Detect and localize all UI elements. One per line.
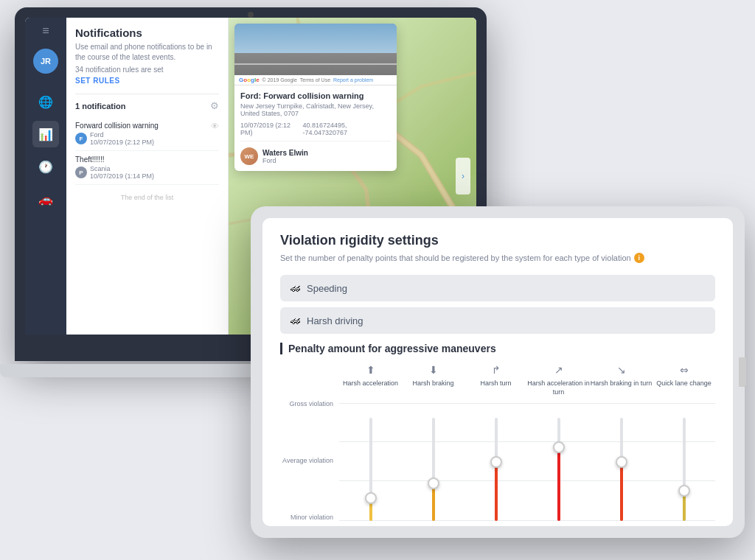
notif-icon-2: P: [75, 167, 87, 178]
notification-item-1[interactable]: Forward collision warning 👁 F Ford 10/07…: [75, 117, 219, 151]
slider-icon-3: ↗: [554, 363, 563, 377]
notif-item-1-title: Forward collision warning: [75, 122, 159, 130]
notif-icon-1: F: [75, 133, 87, 144]
slider-thumb-3[interactable]: [553, 441, 565, 453]
slider-label-text-1: Harsh braking: [412, 379, 453, 388]
hamburger-menu[interactable]: ≡: [42, 25, 49, 37]
user-avatar[interactable]: JR: [33, 49, 58, 74]
speeding-section[interactable]: 🏎 Speeding: [280, 275, 715, 301]
slider-header-0: ⬆Harsh acceleration: [339, 363, 402, 397]
slider-track-5: [683, 418, 686, 521]
report-problem-link[interactable]: Report a problem: [333, 77, 373, 83]
slider-fill-3: [557, 447, 560, 520]
slider-icon-4: ↘: [617, 363, 626, 377]
notif-company-1: Ford: [90, 131, 154, 139]
notifications-panel: Notifications Use email and phone notifi…: [66, 18, 229, 335]
eye-icon-1[interactable]: 👁: [211, 122, 219, 130]
popup-location: New Jersey Turnpike, Calristadt, New Jer…: [240, 102, 391, 117]
settings-icon[interactable]: ⚙: [210, 100, 219, 111]
copyright-text: © 2019 Google: [262, 77, 297, 83]
divider: [75, 94, 219, 94]
slider-col-1[interactable]: [402, 403, 465, 521]
notif-end-text: The end of the list: [75, 194, 219, 201]
slider-label-text-0: Harsh acceleration: [343, 379, 398, 388]
tablet-device: Violation rigidity settings Set the numb…: [251, 206, 745, 538]
slider-thumb-2[interactable]: [490, 456, 502, 468]
notif-section-header: 1 notification ⚙: [75, 100, 219, 111]
slider-col-5[interactable]: [653, 403, 715, 521]
slider-labels-column: Gross violation Average violation Minor …: [280, 363, 339, 526]
slider-header-4: ↘Harsh braking in turn: [590, 363, 653, 397]
harsh-driving-label: Harsh driving: [307, 315, 363, 326]
popup-coordinates: 40.816724495, -74.047320767: [303, 122, 392, 136]
slider-col-2[interactable]: [465, 403, 527, 521]
slider-header-3: ↗Harsh acceleration in turn: [527, 363, 590, 397]
slider-header-1: ⬇Harsh braking: [402, 363, 465, 397]
slider-col-4[interactable]: [590, 403, 653, 521]
slider-fill-2: [495, 462, 498, 521]
map-popup-sky: [234, 24, 397, 53]
google-bar: Google © 2019 Google Terms of Use Report…: [234, 75, 397, 85]
info-icon[interactable]: i: [634, 253, 644, 263]
slider-header-2: ↱Harsh turn: [465, 363, 527, 397]
notif-company-2: Scania: [90, 165, 154, 172]
slider-icon-1: ⬇: [429, 363, 438, 377]
harsh-driving-icon: 🏎: [290, 315, 301, 326]
notifications-count: 34 notification rules are set: [75, 66, 219, 74]
slider-label-text-4: Harsh braking in turn: [591, 379, 653, 388]
slider-thumb-5[interactable]: [678, 485, 690, 497]
sidebar: ≡ JR 🌐 📊 🕐 🚗: [25, 18, 66, 335]
violation-subtitle: Set the number of penalty points that sh…: [280, 253, 715, 263]
speeding-icon: 🏎: [290, 282, 301, 294]
average-violation-label: Average violation: [280, 457, 339, 464]
slider-label-text-3: Harsh acceleration in turn: [527, 379, 590, 396]
sidebar-icon-globe[interactable]: 🌐: [32, 88, 59, 115]
slider-icon-5: ⇔: [680, 363, 689, 377]
notif-datetime-1: 10/07/2019 (2:12 PM): [90, 139, 154, 146]
violation-panel: Violation rigidity settings Set the numb…: [262, 218, 733, 526]
slider-track-4: [620, 418, 623, 521]
slider-col-0[interactable]: [339, 403, 402, 521]
notifications-description: Use email and phone notifications to be …: [75, 42, 219, 63]
slider-thumb-1[interactable]: [428, 477, 439, 489]
notification-item-2[interactable]: Theft!!!!!! P Scania 10/07/2019 (1:14 PM…: [75, 151, 219, 185]
notif-item-1-sub: F Ford 10/07/2019 (2:12 PM): [75, 131, 219, 146]
terms-text: Terms of Use: [300, 77, 330, 83]
sidebar-icon-car[interactable]: 🚗: [32, 186, 59, 212]
slider-thumb-0[interactable]: [365, 492, 377, 504]
map-popup-image: [234, 24, 397, 75]
map-expand-button[interactable]: ›: [456, 158, 470, 195]
slider-col-3[interactable]: [527, 403, 590, 521]
road-line: [234, 63, 397, 65]
slider-label-text-2: Harsh turn: [480, 379, 511, 388]
popup-datetime-row: 10/07/2019 (2:12 PM) 40.816724495, -74.0…: [240, 122, 391, 141]
harsh-driving-section[interactable]: 🏎 Harsh driving: [280, 307, 715, 334]
set-rules-link[interactable]: SET RULES: [75, 77, 219, 85]
speeding-label: Speeding: [307, 283, 347, 294]
sliders-body: [339, 403, 715, 521]
popup-user-company: Ford: [262, 157, 308, 164]
popup-avatar: WE: [240, 147, 258, 165]
slider-track-3: [557, 418, 560, 521]
notif-item-2-title: Theft!!!!!!: [75, 155, 219, 164]
slider-fill-4: [620, 462, 623, 521]
slider-thumb-4[interactable]: [616, 456, 627, 468]
sliders-container: Gross violation Average violation Minor …: [280, 363, 715, 526]
slider-track-0: [369, 418, 372, 521]
notif-section-count: 1 notification: [75, 102, 125, 111]
tablet-home-button[interactable]: [739, 357, 746, 387]
sidebar-icon-clock[interactable]: 🕐: [32, 153, 59, 180]
sidebar-icon-chart[interactable]: 📊: [32, 121, 59, 147]
violation-title: Violation rigidity settings: [280, 233, 715, 248]
gross-violation-label: Gross violation: [280, 400, 339, 407]
slider-icon-2: ↱: [492, 363, 501, 377]
slider-label-text-5: Quick lane change: [656, 379, 711, 388]
notif-datetime-2: 10/07/2019 (1:14 PM): [90, 172, 154, 180]
slider-icon-0: ⬆: [366, 363, 375, 377]
sliders-area: ⬆Harsh acceleration⬇Harsh braking↱Harsh …: [339, 363, 715, 526]
slider-track-1: [432, 418, 435, 521]
popup-username: Waters Elwin: [262, 149, 308, 157]
laptop-camera: [248, 12, 254, 18]
slider-header-5: ⇔Quick lane change: [653, 363, 715, 397]
penalty-title: Penalty amount for aggressive maneuvers: [280, 343, 715, 354]
